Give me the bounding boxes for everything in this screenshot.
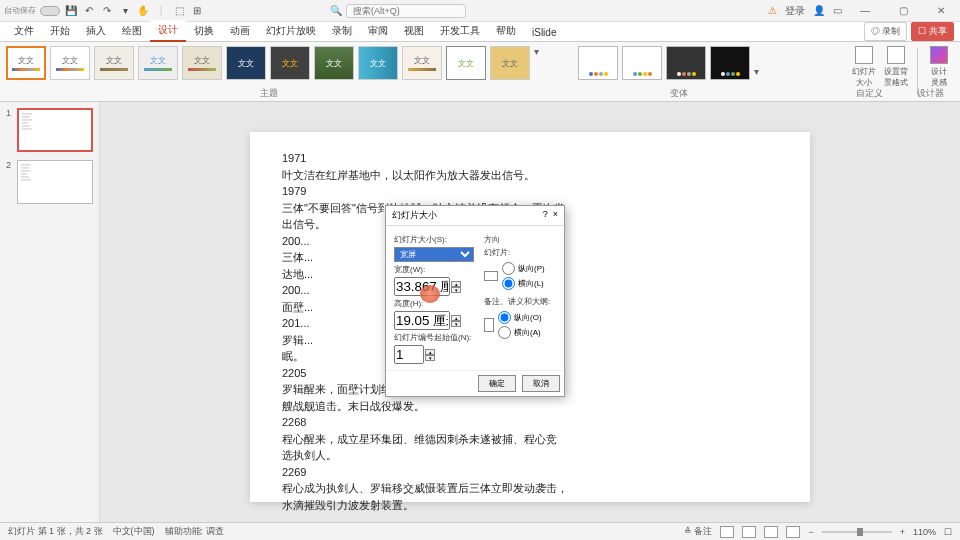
cursor-highlight [420,285,440,303]
slide-size-dialog: 幻灯片大小 ? × 幻灯片大小(S): 宽屏 宽度(W): ▴▾ 高度(H): … [385,205,565,397]
signin-label[interactable]: 登录 [785,4,805,18]
tab-islide[interactable]: iSlide [524,24,564,41]
theme-2[interactable]: 文文 [50,46,90,80]
tab-devtools[interactable]: 开发工具 [432,21,488,41]
ribbon-tabs: 文件 开始 插入 绘图 设计 切换 动画 幻灯片放映 录制 审阅 视图 开发工具… [0,22,960,42]
theme-6[interactable]: 文文 [226,46,266,80]
group-label-design: 设计器 [917,87,944,100]
zoom-out-icon[interactable]: − [808,527,813,537]
number-from-input[interactable] [394,345,424,364]
status-language[interactable]: 中文(中国) [113,525,155,538]
tab-animations[interactable]: 动画 [222,21,258,41]
tab-slideshow[interactable]: 幻灯片放映 [258,21,324,41]
width-down[interactable]: ▾ [451,287,461,293]
num-down[interactable]: ▾ [425,355,435,361]
tab-help[interactable]: 帮助 [488,21,524,41]
tab-view[interactable]: 视图 [396,21,432,41]
view-normal-icon[interactable] [720,526,734,538]
record-button[interactable]: ◎ 录制 [864,22,908,41]
theme-10[interactable]: 文文 [402,46,442,80]
fit-window-icon[interactable]: ☐ [944,527,952,537]
slide-thumbnails: 1 ━━━━━━━━━━━━━━━━━━━━━━━━━━ 2 ━━━━━━━━━… [0,102,100,532]
view-sorter-icon[interactable] [742,526,756,538]
orient-icon-slides [484,271,498,281]
theme-12[interactable]: 文文 [490,46,530,80]
qat-more-icon[interactable]: ▾ [118,4,132,18]
view-reading-icon[interactable] [764,526,778,538]
autosave-switch[interactable] [40,6,60,16]
width-label: 宽度(W): [394,264,474,275]
status-slide-count: 幻灯片 第 1 张，共 2 张 [8,525,103,538]
touch-icon[interactable]: ✋ [136,4,150,18]
group-label-theme: 主题 [260,87,278,100]
cancel-button[interactable]: 取消 [522,375,560,392]
notes-label: 备注、讲义和大纲: [484,296,556,307]
tab-insert[interactable]: 插入 [78,21,114,41]
close-button[interactable]: ✕ [926,5,956,16]
group-label-custom: 自定义 [856,87,883,100]
redo-icon[interactable]: ↷ [100,4,114,18]
variant-4[interactable] [710,46,750,80]
size-for-label: 幻灯片大小(S): [394,234,474,245]
search-input[interactable] [346,4,466,18]
variant-2[interactable] [622,46,662,80]
notes-button[interactable]: ≙ 备注 [684,525,713,538]
size-for-select[interactable]: 宽屏 [394,247,474,262]
qat-sep: | [154,4,168,18]
tab-draw[interactable]: 绘图 [114,21,150,41]
theme-9[interactable]: 文文 [358,46,398,80]
dialog-close-icon[interactable]: × [553,209,558,219]
number-from-label: 幻灯片编号起始值(N): [394,332,474,343]
theme-more[interactable]: ▾ [534,46,546,57]
tab-file[interactable]: 文件 [6,21,42,41]
notes-landscape-radio[interactable] [498,326,511,339]
tab-transitions[interactable]: 切换 [186,21,222,41]
variant-3[interactable] [666,46,706,80]
height-down[interactable]: ▾ [451,321,461,327]
orient-icon-notes [484,318,494,332]
thumbnail-1[interactable]: 1 ━━━━━━━━━━━━━━━━━━━━━━━━━━ [6,108,93,152]
zoom-in-icon[interactable]: + [900,527,905,537]
user-icon[interactable]: 👤 [813,5,825,16]
maximize-button[interactable]: ▢ [888,5,918,16]
theme-5[interactable]: 文文 [182,46,222,80]
qat-btn2[interactable]: ⊞ [190,4,204,18]
group-label-variant: 变体 [670,87,688,100]
minimize-button[interactable]: — [850,5,880,16]
thumbnail-2[interactable]: 2 ━━━━━━━━━━━━━━━━━━━━━━━━━━ [6,160,93,204]
theme-11[interactable]: 文文 [446,46,486,80]
theme-1[interactable]: 文文 [6,46,46,80]
dialog-title: 幻灯片大小 [392,209,437,222]
zoom-slider[interactable] [822,531,892,533]
warn-icon[interactable]: ⚠ [768,5,777,16]
ribbon-opts-icon[interactable]: ▭ [833,5,842,16]
undo-icon[interactable]: ↶ [82,4,96,18]
slides-landscape-radio[interactable] [502,277,515,290]
share-button[interactable]: ☐ 共享 [911,22,954,41]
slide-text: 1971 [282,150,778,167]
format-background-button[interactable]: 设置背 景格式 [881,46,911,97]
tab-record[interactable]: 录制 [324,21,360,41]
qat-btn1[interactable]: ⬚ [172,4,186,18]
theme-3[interactable]: 文文 [94,46,134,80]
theme-8[interactable]: 文文 [314,46,354,80]
view-slideshow-icon[interactable] [786,526,800,538]
dialog-help-icon[interactable]: ? [543,209,548,219]
ok-button[interactable]: 确定 [478,375,516,392]
slides-label: 幻灯片: [484,247,556,258]
zoom-level[interactable]: 110% [913,527,936,537]
save-icon[interactable]: 💾 [64,4,78,18]
autosave-toggle[interactable]: 自动保存 [4,4,36,18]
theme-4[interactable]: 文文 [138,46,178,80]
search-icon: 🔍 [330,5,342,16]
variant-more[interactable]: ▾ [754,46,766,97]
tab-review[interactable]: 审阅 [360,21,396,41]
slides-portrait-radio[interactable] [502,262,515,275]
theme-7[interactable]: 文文 [270,46,310,80]
status-accessibility[interactable]: 辅助功能: 调查 [165,525,224,538]
tab-home[interactable]: 开始 [42,21,78,41]
height-input[interactable] [394,311,450,330]
variant-1[interactable] [578,46,618,80]
notes-portrait-radio[interactable] [498,311,511,324]
tab-design[interactable]: 设计 [150,20,186,42]
